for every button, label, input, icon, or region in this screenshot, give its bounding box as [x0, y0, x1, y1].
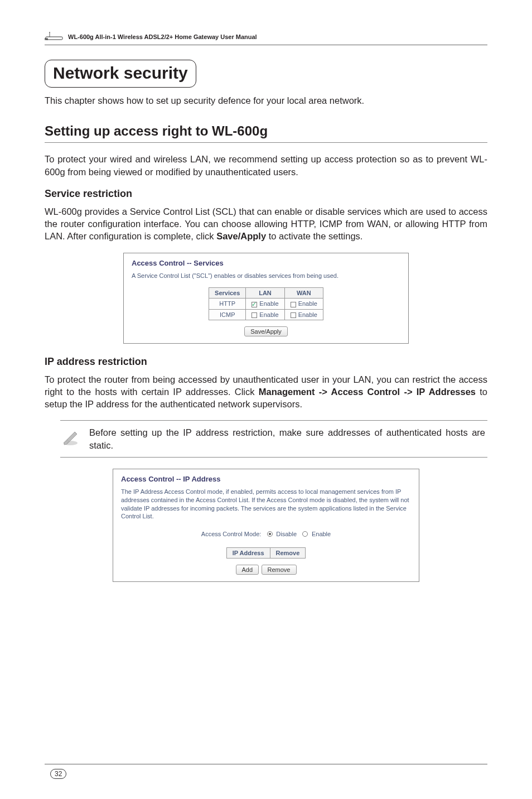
table-row: Services LAN WAN: [209, 288, 323, 299]
sb1-row1-service: HTTP: [209, 299, 246, 309]
sb2-col-remove: Remove: [270, 548, 306, 559]
checkbox-icon[interactable]: [252, 302, 257, 307]
pencil-note-icon: [60, 426, 80, 446]
sb1-title: Access Control -- Services: [132, 259, 400, 267]
subsection-service-restriction-title: Service restriction: [45, 188, 487, 200]
section-title: Setting up access right to WL-600g: [45, 123, 487, 139]
remove-button[interactable]: Remove: [262, 565, 297, 575]
subsection-ip-restriction-para: To protect the router from being accesse…: [45, 373, 487, 411]
checkbox-icon[interactable]: [252, 312, 257, 318]
sub1-para-after: to activate the settings.: [266, 231, 362, 241]
add-button[interactable]: Add: [236, 565, 259, 575]
page-number: 32: [50, 769, 66, 779]
sb1-row2-wan[interactable]: Enable: [284, 309, 323, 320]
sb1-row2-lan[interactable]: Enable: [246, 309, 284, 320]
sb2-title: Access Control -- IP Address: [121, 475, 411, 483]
sb2-mode-enable: Enable: [312, 531, 331, 537]
chapter-title-box: Network security: [45, 60, 196, 88]
sb1-table: Services LAN WAN HTTP Enable Enable ICMP…: [209, 287, 323, 320]
enable-label: Enable: [259, 300, 278, 307]
screenshot-access-control-services: Access Control -- Services A Service Con…: [123, 253, 409, 344]
manual-title: WL-600g All-in-1 Wireless ADSL2/2+ Home …: [68, 33, 257, 40]
svg-rect-2: [46, 37, 62, 40]
table-row: IP Address Remove: [226, 548, 306, 559]
radio-icon[interactable]: [302, 531, 308, 537]
enable-label: Enable: [298, 311, 317, 318]
sb1-col-wan: WAN: [284, 288, 323, 299]
subsection-ip-restriction-title: IP address restriction: [45, 356, 487, 368]
sb2-mode-disable: Disable: [276, 531, 297, 537]
note-text: Before setting up the IP address restric…: [89, 426, 485, 451]
screenshot-access-control-ip: Access Control -- IP Address The IP Addr…: [113, 469, 419, 582]
enable-label: Enable: [298, 300, 317, 307]
subsection-service-restriction-para: WL-600g provides a Service Control List …: [45, 205, 487, 243]
sb1-row1-lan[interactable]: Enable: [246, 299, 284, 309]
chapter-title: Network security: [53, 64, 188, 83]
checkbox-icon[interactable]: [291, 312, 296, 318]
sb1-col-lan: LAN: [246, 288, 284, 299]
table-row: HTTP Enable Enable: [209, 299, 323, 309]
sb1-col-services: Services: [209, 288, 246, 299]
svg-point-1: [49, 32, 50, 33]
sub2-para-bold: Management -> Access Control -> IP Addre…: [259, 387, 476, 397]
chapter-intro: This chapter shows how to set up securit…: [45, 94, 487, 107]
sb1-row1-wan[interactable]: Enable: [284, 299, 323, 309]
save-apply-button[interactable]: Save/Apply: [244, 326, 288, 336]
section-para-1: To protect your wired and wireless LAN, …: [45, 153, 487, 178]
section-rule: [45, 142, 487, 143]
manual-header: WL-600g All-in-1 Wireless ADSL2/2+ Home …: [45, 31, 487, 42]
checkbox-icon[interactable]: [291, 302, 296, 307]
sb1-row2-service: ICMP: [209, 309, 246, 320]
sb1-desc: A Service Control List ("SCL") enables o…: [132, 272, 400, 280]
enable-label: Enable: [259, 311, 278, 318]
header-rule: [45, 45, 487, 45]
sub1-para-bold: Save/Apply: [216, 231, 266, 241]
sb2-col-ip: IP Address: [226, 548, 270, 559]
radio-icon[interactable]: [267, 531, 273, 537]
table-row: ICMP Enable Enable: [209, 309, 323, 320]
sb2-mode-label: Access Control Mode:: [201, 531, 262, 537]
footer-rule: [45, 764, 487, 764]
router-icon: [45, 31, 64, 42]
note-block: Before setting up the IP address restric…: [60, 420, 487, 458]
sb2-desc: The IP Address Access Control mode, if e…: [121, 488, 411, 521]
sb2-table: IP Address Remove: [226, 547, 306, 559]
